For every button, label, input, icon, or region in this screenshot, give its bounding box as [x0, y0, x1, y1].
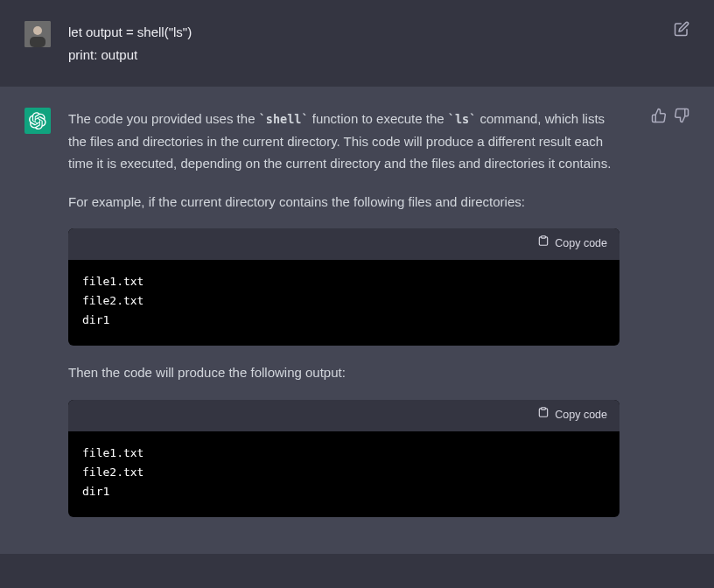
copy-code-label: Copy code	[555, 406, 607, 424]
user-actions	[637, 21, 690, 66]
code-block-2: Copy code file1.txt file2.txt dir1	[68, 400, 620, 517]
code-content: file1.txt file2.txt dir1	[68, 431, 620, 517]
assistant-paragraph-3: Then the code will produce the following…	[68, 361, 620, 384]
clipboard-icon	[537, 234, 550, 253]
assistant-avatar	[24, 108, 51, 134]
code-block-header: Copy code	[68, 400, 620, 431]
svg-rect-3	[542, 236, 546, 238]
clipboard-icon	[537, 406, 550, 424]
assistant-content: The code you provided uses the `shell` f…	[68, 108, 620, 533]
copy-code-button[interactable]: Copy code	[537, 234, 607, 253]
inline-code-ls: `ls`	[448, 112, 477, 126]
code-block-1: Copy code file1.txt file2.txt dir1	[68, 228, 620, 346]
assistant-message: The code you provided uses the `shell` f…	[0, 87, 714, 554]
user-avatar	[24, 21, 51, 47]
svg-rect-4	[542, 408, 546, 410]
svg-point-1	[33, 26, 42, 35]
assistant-paragraph-1: The code you provided uses the `shell` f…	[68, 108, 620, 175]
svg-rect-2	[30, 37, 46, 47]
text-span: function to execute the	[309, 111, 448, 126]
user-message: let output = shell("ls") print: output	[0, 0, 714, 87]
user-content: let output = shell("ls") print: output	[68, 21, 620, 66]
thumbs-down-icon[interactable]	[674, 108, 690, 123]
user-text: let output = shell("ls") print: output	[68, 21, 620, 66]
copy-code-button[interactable]: Copy code	[537, 406, 607, 424]
code-content: file1.txt file2.txt dir1	[68, 260, 620, 346]
assistant-paragraph-2: For example, if the current directory co…	[68, 191, 620, 214]
text-span: The code you provided uses the	[68, 111, 259, 126]
thumbs-up-icon[interactable]	[651, 108, 667, 123]
copy-code-label: Copy code	[555, 234, 607, 253]
inline-code-shell: `shell`	[259, 112, 309, 126]
code-block-header: Copy code	[68, 228, 620, 260]
edit-icon[interactable]	[674, 21, 690, 37]
assistant-actions	[637, 108, 690, 533]
